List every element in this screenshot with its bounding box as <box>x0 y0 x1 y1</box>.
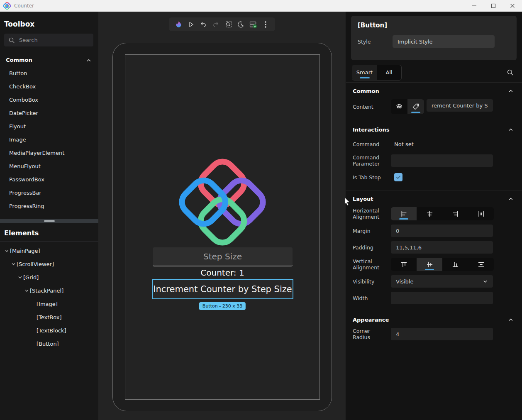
splitter-grip-icon <box>44 220 55 222</box>
toolbox-search[interactable] <box>4 34 93 46</box>
tag-icon <box>412 103 420 110</box>
command-parameter-label: Command Parameter <box>353 154 391 167</box>
toolbox-item[interactable]: ProgressRing <box>0 200 98 213</box>
search-input[interactable] <box>19 37 81 43</box>
properties-search-button[interactable] <box>504 66 516 79</box>
chevron-up-icon <box>508 317 514 322</box>
align-left-icon <box>401 211 407 217</box>
content-input[interactable] <box>427 99 493 112</box>
visibility-select[interactable]: Visible <box>391 275 493 288</box>
corner-radius-input[interactable] <box>391 328 493 340</box>
selection-size-badge: Button - 230 x 33 <box>199 302 246 310</box>
tab-smart[interactable]: Smart <box>352 65 377 80</box>
elements-title: Elements <box>0 223 98 241</box>
tab-all[interactable]: All <box>377 65 401 80</box>
valign-bottom-button[interactable] <box>442 258 468 271</box>
toolbox-item[interactable]: DatePicker <box>0 107 98 120</box>
app-preview-screen[interactable]: Step Size Counter: 1 Increment Counter b… <box>125 54 320 400</box>
corner-radius-label: Corner Radius <box>353 328 391 340</box>
valign-stretch-button[interactable] <box>468 258 494 271</box>
section-layout: Layout Horizontal Alignment <box>346 190 522 311</box>
toolbox-item[interactable]: Image <box>0 133 98 147</box>
margin-input[interactable] <box>391 225 493 237</box>
style-input[interactable] <box>393 35 495 48</box>
increment-button[interactable]: Increment Counter by Step Size <box>153 280 293 298</box>
undo-button[interactable] <box>197 18 210 31</box>
chevron-down-icon <box>11 262 16 266</box>
section-layout-header[interactable]: Layout <box>353 190 514 207</box>
more-options-button[interactable] <box>259 18 272 31</box>
align-top-icon <box>401 261 407 268</box>
content-label: Content <box>353 104 391 110</box>
hot-reload-button[interactable] <box>172 18 185 31</box>
toolbox-item[interactable]: ComboBox <box>0 93 98 107</box>
tree-node[interactable]: [Button] <box>0 337 98 350</box>
toolbox-panel: Toolbox Common ButtonCheckBoxComboBoxDat… <box>0 12 98 420</box>
padding-input[interactable] <box>391 241 493 254</box>
chevron-down-icon <box>5 249 9 253</box>
maximize-button[interactable] <box>484 0 503 12</box>
panel-splitter[interactable] <box>0 219 98 223</box>
inspector-tabs: Smart All <box>346 63 522 83</box>
toolbox-item[interactable]: Flyout <box>0 120 98 133</box>
toolbox-item[interactable]: ProgressBar <box>0 186 98 200</box>
toolbox-item[interactable]: MediaPlayerElement <box>0 147 98 160</box>
properties-panel: [Button] Style Smart All Common Content <box>346 12 522 420</box>
binding-mode-button[interactable] <box>391 99 407 114</box>
redo-button[interactable] <box>210 18 222 31</box>
toolbox-item[interactable]: CheckBox <box>0 80 98 93</box>
halign-center-button[interactable] <box>417 207 442 220</box>
literal-mode-button[interactable] <box>407 99 424 114</box>
section-interactions-header[interactable]: Interactions <box>353 121 514 138</box>
toolbox-item[interactable]: MenuFlyout <box>0 160 98 173</box>
tree-node[interactable]: [MainPage] <box>0 244 98 257</box>
visibility-label: Visibility <box>353 278 391 285</box>
halign-left-button[interactable] <box>391 207 417 220</box>
width-label: Width <box>353 295 391 301</box>
close-button[interactable] <box>503 0 522 12</box>
tree-node[interactable]: [TextBox] <box>0 310 98 324</box>
connection-status-button[interactable] <box>247 18 259 31</box>
theme-toggle-button[interactable] <box>234 18 247 31</box>
command-value[interactable]: Not set <box>391 141 514 147</box>
chevron-up-icon <box>508 127 514 132</box>
section-interactions: Interactions Command Not set Command Par… <box>346 121 522 190</box>
tree-node[interactable]: [TextBlock] <box>0 324 98 337</box>
halign-right-button[interactable] <box>442 207 468 220</box>
server-check-icon <box>249 20 257 29</box>
zoom-selection-button[interactable] <box>222 18 234 31</box>
undo-icon <box>200 21 207 28</box>
valign-top-button[interactable] <box>391 258 417 271</box>
section-appearance-header[interactable]: Appearance <box>353 311 514 328</box>
tree-node[interactable]: [ScrollViewer] <box>0 257 98 271</box>
command-parameter-input[interactable] <box>391 154 493 167</box>
chevron-down-icon <box>24 288 29 293</box>
width-input[interactable] <box>391 292 493 304</box>
chevron-up-icon <box>508 88 514 94</box>
flame-icon <box>175 20 183 29</box>
play-button[interactable] <box>185 18 197 31</box>
chevron-up-icon <box>86 57 92 63</box>
design-canvas[interactable]: Step Size Counter: 1 Increment Counter b… <box>98 12 346 420</box>
is-tab-stop-checkbox[interactable] <box>394 173 402 181</box>
toolbox-list: ButtonCheckBoxComboBoxDatePickerFlyoutIm… <box>0 67 98 213</box>
search-icon <box>507 69 514 76</box>
title-bar: Counter <box>0 0 522 12</box>
tree-node[interactable]: [Image] <box>0 297 98 310</box>
step-size-textbox[interactable]: Step Size <box>153 247 293 266</box>
section-common-header[interactable]: Common <box>353 83 514 99</box>
toolbox-item[interactable]: Button <box>0 67 98 80</box>
counter-textblock: Counter: 1 <box>125 268 320 278</box>
selected-element-card: [Button] Style <box>351 16 517 60</box>
toolbox-section-common[interactable]: Common <box>0 53 98 67</box>
halign-stretch-button[interactable] <box>468 207 494 220</box>
valign-center-button[interactable] <box>417 258 442 271</box>
tree-node[interactable]: [StackPanel] <box>0 284 98 297</box>
play-icon <box>187 21 195 28</box>
style-label: Style <box>358 39 393 45</box>
tree-node[interactable]: [Grid] <box>0 271 98 284</box>
toolbox-item[interactable]: PasswordBox <box>0 173 98 186</box>
app-logo-image[interactable] <box>176 155 269 249</box>
is-tab-stop-label: Is Tab Stop <box>353 174 391 181</box>
minimize-button[interactable] <box>465 0 484 12</box>
